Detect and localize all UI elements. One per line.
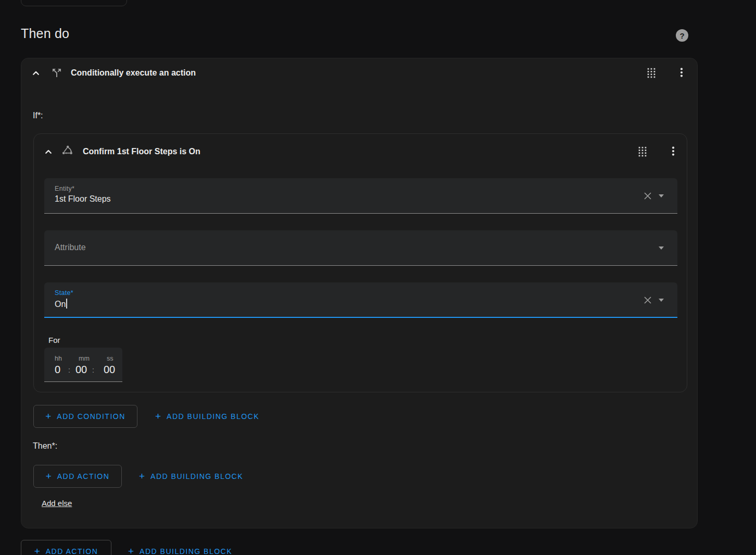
add-action-button-bottom[interactable]: + ADD ACTION [21,540,111,555]
seconds-value[interactable]: 00 [104,364,115,376]
text-cursor [66,299,67,309]
entity-field-value: 1st Floor Steps [55,194,111,204]
overflow-menu-icon[interactable] [667,145,679,157]
add-building-block-button[interactable]: + ADD BUILDING BLOCK [132,465,250,488]
plus-icon: + [45,411,51,422]
automation-editor: Then do ? Conditionally execute an actio… [0,0,756,555]
time-separator: : [92,366,94,374]
dropdown-caret-icon[interactable] [659,246,664,250]
plus-icon: + [34,546,40,555]
entity-field[interactable]: Entity* 1st Floor Steps [44,178,677,214]
state-machine-icon [61,144,73,156]
add-condition-button[interactable]: + ADD CONDITION [33,405,137,428]
state-field[interactable]: State* On [44,282,677,318]
hours-value[interactable]: 0 [55,364,60,376]
previous-section-button-partial[interactable] [21,0,127,6]
add-building-block-button-bottom[interactable]: + ADD BUILDING BLOCK [121,540,240,555]
add-building-block-button[interactable]: + ADD BUILDING BLOCK [148,405,267,428]
dropdown-caret-icon[interactable] [659,194,664,198]
dropdown-caret-icon[interactable] [659,299,664,302]
if-label: If*: [33,111,43,120]
time-separator: : [68,366,70,374]
minutes-label: mm [79,355,90,362]
state-condition-card: Confirm 1st Floor Steps is On Entity* 1s… [33,133,687,392]
plus-icon: + [155,411,161,422]
state-field-value: On [55,299,67,309]
clear-icon[interactable] [643,295,652,305]
clear-icon[interactable] [643,191,652,201]
add-else-link[interactable]: Add else [42,499,72,508]
minutes-value[interactable]: 00 [75,364,87,376]
attribute-field-label: Attribute [55,243,86,252]
seconds-label: ss [107,355,114,362]
card-title: Conditionally execute an action [71,68,196,78]
drag-handle-icon[interactable] [645,67,658,79]
section-heading: Then do [21,26,69,41]
overflow-menu-icon[interactable] [675,66,688,79]
condition-action-card: Conditionally execute an action If*: [21,58,698,528]
condition-title: Confirm 1st Floor Steps is On [83,147,200,156]
entity-field-label: Entity* [55,185,74,192]
help-icon[interactable]: ? [676,29,688,42]
plus-icon: + [128,546,134,555]
state-field-label: State* [55,289,73,297]
plus-icon: + [139,471,145,482]
plus-icon: + [46,471,52,482]
for-label: For [48,336,60,344]
duration-input[interactable]: hh mm ss 0 : 00 : 00 [44,348,122,382]
add-action-button[interactable]: + ADD ACTION [33,465,122,488]
attribute-field[interactable]: Attribute [44,230,677,266]
call-split-icon [51,67,63,79]
then-label: Then*: [33,441,57,451]
collapse-chevron-icon[interactable] [42,145,55,158]
collapse-chevron-icon[interactable] [30,67,42,79]
drag-handle-icon[interactable] [636,145,649,158]
help-glyph: ? [679,31,684,40]
hours-label: hh [55,355,62,362]
